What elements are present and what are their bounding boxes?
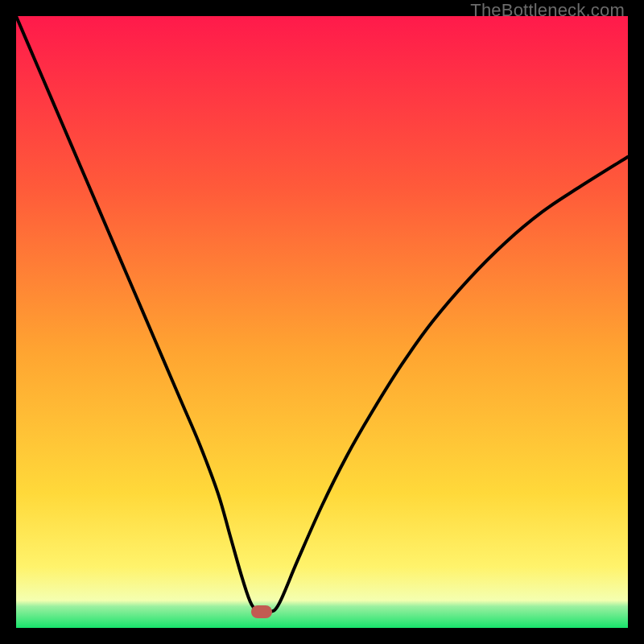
plot-area: [16, 16, 628, 628]
bottleneck-curve: [16, 16, 628, 628]
optimal-point-marker: [251, 605, 272, 618]
chart-stage: TheBottleneck.com: [0, 0, 644, 644]
